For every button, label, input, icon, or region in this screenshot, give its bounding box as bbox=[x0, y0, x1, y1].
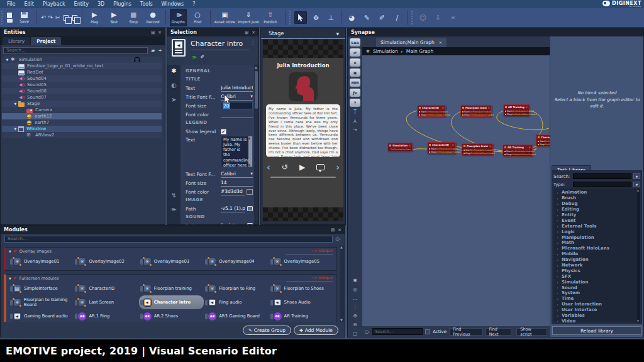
menu-playback[interactable]: Playback bbox=[38, 1, 70, 7]
tree-item-sound05[interactable]: Sound05 bbox=[2, 82, 162, 88]
tree-item-sound06[interactable]: Sound06 bbox=[2, 88, 162, 94]
tab-general-icon[interactable]: ✱ bbox=[171, 67, 176, 74]
dock-icon[interactable]: ⊞ bbox=[331, 228, 335, 233]
tab-library[interactable]: Library bbox=[3, 37, 30, 45]
category-math[interactable]: ›Math bbox=[553, 240, 640, 246]
module-floorplan-training[interactable]: Floorplan training bbox=[139, 282, 204, 295]
play-button[interactable]: ▶ bbox=[299, 163, 305, 172]
port-out[interactable]: OnModuleDeactivated bbox=[511, 153, 536, 156]
module-character-intro[interactable]: Character intro bbox=[139, 295, 204, 309]
save-button[interactable]: Save bbox=[16, 9, 33, 26]
port-out[interactable]: OnModuleDeactivated bbox=[470, 152, 495, 155]
stage-selector[interactable]: Stage ▼ bbox=[261, 28, 345, 39]
box-icon[interactable]: ▣ bbox=[350, 69, 360, 77]
port-in[interactable]: Stop bbox=[429, 151, 436, 153]
port-in[interactable]: Start bbox=[505, 110, 513, 112]
test-button[interactable]: ▶Test bbox=[106, 9, 123, 26]
play-button[interactable]: ▶Play bbox=[86, 9, 103, 26]
tab-project[interactable]: Project bbox=[31, 37, 61, 45]
port-out[interactable]: OnModuleActivated bbox=[426, 111, 448, 113]
category-variables[interactable]: ›Variables bbox=[553, 313, 640, 319]
prev-button[interactable]: ‹ bbox=[267, 163, 270, 172]
show-legend-checkbox[interactable]: ✔ bbox=[221, 129, 226, 134]
category-network[interactable]: ›Network bbox=[553, 263, 640, 268]
graph-node-floorplan-training[interactable]: Floorplan training✕StartOnModuleActivate… bbox=[462, 143, 493, 155]
brush2-icon[interactable]: ✐ bbox=[375, 11, 388, 24]
edit-icon[interactable]: ✐ bbox=[201, 54, 205, 60]
next-button[interactable]: › bbox=[336, 163, 340, 172]
more-options-icon[interactable]: ⋮ bbox=[250, 40, 255, 46]
port-out[interactable]: OnModuleActivated bbox=[512, 150, 533, 153]
more-icon[interactable]: … bbox=[353, 295, 358, 302]
zoom-out-icon[interactable]: ⊖ bbox=[353, 321, 357, 328]
dock-icon[interactable]: ⊞ bbox=[245, 30, 248, 35]
category-time[interactable]: ›Time bbox=[553, 296, 640, 302]
port-in[interactable]: Stop bbox=[419, 114, 426, 116]
graph-node-characterid[interactable]: CharacterID✕StartOnModuleActivatedStopOn… bbox=[427, 142, 456, 154]
module-overlayimage02[interactable]: OverlayImage02 bbox=[74, 255, 138, 268]
module-ar-1-ring[interactable]: AR.1 Ring bbox=[74, 309, 138, 322]
port-in[interactable]: Start bbox=[464, 149, 471, 151]
graphs-button[interactable]: ⋔Graphs bbox=[170, 9, 187, 26]
show-script-button[interactable]: Show script bbox=[516, 328, 547, 336]
category-user-interaction[interactable]: ›User Interaction bbox=[553, 302, 640, 307]
vertex-icon[interactable]: ⇩ bbox=[431, 11, 444, 24]
paste-icon[interactable] bbox=[72, 15, 77, 21]
close-icon[interactable]: ✕ bbox=[252, 30, 255, 35]
selection-scrollbar[interactable] bbox=[254, 65, 258, 224]
graph-search-input[interactable] bbox=[372, 328, 423, 335]
menu-entity[interactable]: Entity bbox=[70, 1, 93, 7]
graph-node-characterid[interactable]: CharacterID✕StartOnModuleActivatedStopOn… bbox=[536, 134, 550, 146]
menu--[interactable]: ? bbox=[188, 1, 199, 7]
text-input[interactable]: Julia Introduction bbox=[221, 84, 253, 92]
category-editing[interactable]: ›Editing bbox=[553, 207, 640, 212]
copy-icon[interactable] bbox=[64, 15, 69, 21]
category-sound[interactable]: ›Sound bbox=[553, 285, 640, 290]
category-simulation[interactable]: ›Simulation bbox=[553, 279, 640, 285]
node-close-icon[interactable]: ✕ bbox=[488, 106, 490, 109]
expander-icon[interactable]: ▼ bbox=[13, 127, 18, 131]
find-button[interactable]: ○Find bbox=[189, 9, 206, 26]
browse-file-icon[interactable] bbox=[247, 206, 253, 211]
close-icon[interactable]: ✕ bbox=[158, 30, 162, 35]
font-size-input[interactable]: 14 bbox=[221, 179, 253, 187]
menu-tools[interactable]: Tools bbox=[136, 1, 157, 7]
category-debug[interactable]: ›Debug bbox=[553, 201, 640, 207]
tree-item-window[interactable]: ▼Window bbox=[2, 126, 162, 132]
node-close-icon[interactable]: ✕ bbox=[442, 106, 444, 109]
menu-3d[interactable]: 3D bbox=[93, 1, 109, 7]
create-group-button[interactable]: ✎ Create Group bbox=[243, 326, 291, 335]
category-navigation[interactable]: ›Navigation bbox=[553, 257, 640, 263]
port-out[interactable]: OnModuleActivated bbox=[436, 148, 458, 150]
find-next-button[interactable]: Find Next bbox=[486, 328, 512, 336]
move-tool-icon[interactable]: ↔↕ bbox=[309, 11, 322, 24]
add-module-button[interactable]: ✚ Add Module bbox=[294, 326, 338, 335]
module-overlayimage04[interactable]: OverlayImage04 bbox=[204, 255, 269, 268]
module-characterid[interactable]: CharacterID bbox=[74, 282, 138, 295]
lightning-icon[interactable]: ↯ bbox=[171, 192, 176, 199]
module-overlayimage05[interactable]: OverlayImage05 bbox=[269, 255, 334, 268]
tab-close-icon[interactable]: ✕ bbox=[439, 40, 442, 45]
path-input[interactable]: lia_intro.wav bbox=[221, 222, 245, 224]
tree-item-stage[interactable]: ▼Stage bbox=[2, 101, 162, 107]
browse-file-icon[interactable] bbox=[247, 223, 253, 224]
module-ar3-gaming-board[interactable]: AR3 Gaming Board bbox=[204, 309, 269, 322]
function-icon[interactable]: ƒx bbox=[350, 89, 360, 97]
port-in[interactable]: Start bbox=[538, 140, 545, 143]
port-in[interactable]: Start bbox=[419, 111, 426, 113]
module-overlayimage03[interactable]: OverlayImage03 bbox=[139, 255, 204, 268]
graph-tab[interactable]: Simulation;Main Graph ✕ bbox=[376, 38, 447, 47]
module-floorplan-to-shoes[interactable]: Floorplan to Shoes bbox=[269, 282, 334, 295]
collapse-icon[interactable]: ▼ bbox=[9, 277, 11, 280]
menu-plugins[interactable]: Plugins bbox=[109, 1, 136, 7]
module-ar-training[interactable]: AR Training bbox=[269, 309, 334, 322]
category-entity[interactable]: ›Entity bbox=[553, 212, 640, 218]
port-in[interactable]: Stop bbox=[504, 153, 511, 156]
port-out[interactable]: OnModuleDeactivated bbox=[469, 114, 494, 116]
port-out[interactable]: OnModuleActivated bbox=[471, 149, 492, 151]
cut-icon[interactable]: ✂ bbox=[55, 14, 60, 21]
graph-node-ar-training[interactable]: AR Training✕StartOnModuleActivatedStopOn… bbox=[502, 145, 533, 156]
port-out[interactable]: OnModuleDeactivated bbox=[426, 114, 450, 116]
mm-icon[interactable]: MM bbox=[350, 79, 360, 87]
dots-icon[interactable]: ⋮ bbox=[353, 304, 358, 310]
